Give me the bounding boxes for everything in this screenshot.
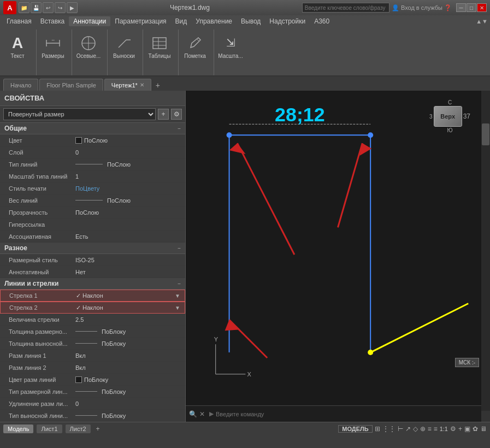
menu-output[interactable]: Вывод bbox=[237, 16, 265, 26]
prop-row-printstyle: Стиль печати ПоЦвету bbox=[0, 182, 185, 194]
ribbon-btn-axes[interactable]: Осевые... bbox=[74, 30, 103, 62]
svg-text:Y: Y bbox=[214, 336, 219, 343]
tab-close-icon[interactable]: ✕ bbox=[140, 82, 144, 88]
ribbon-btn-tables[interactable]: Таблицы bbox=[145, 30, 174, 62]
section-arrows-title: Линии и стрелки bbox=[4, 280, 58, 287]
more-icon[interactable]: ▶ bbox=[67, 2, 78, 13]
search-input[interactable] bbox=[302, 3, 389, 13]
svg-text:⇲: ⇲ bbox=[226, 37, 235, 49]
v-scrollbar-thumb[interactable] bbox=[482, 123, 489, 145]
viewport[interactable]: [-][Сверху][2D-каркас] bbox=[186, 91, 490, 422]
prop-row-arrowsize: Величина стрелки 2.5 bbox=[0, 314, 185, 326]
menu-insert[interactable]: Вставка bbox=[36, 16, 69, 26]
workspace-icon[interactable]: 🖥 bbox=[480, 425, 487, 433]
ribbon-btn-dims[interactable]: ↔ Размеры bbox=[39, 30, 67, 62]
tab-floor-plan[interactable]: Floor Plan Sample bbox=[39, 79, 103, 91]
arrow1-dropdown-icon[interactable]: ▼ bbox=[175, 293, 180, 299]
ribbon: A Текст ↔ Размеры Осевые... Выноски bbox=[0, 27, 490, 76]
menu-a360[interactable]: A360 bbox=[310, 16, 334, 26]
lineweight-icon[interactable]: ≡ bbox=[434, 425, 438, 433]
section-arrows-header[interactable]: Линии и стрелки − bbox=[0, 278, 185, 290]
ribbon-btn-text-label: Текст bbox=[10, 53, 24, 59]
axes-icon bbox=[80, 34, 97, 52]
grid-icon[interactable]: ⊞ bbox=[375, 425, 380, 433]
leaders-icon bbox=[115, 34, 133, 52]
snap-icon[interactable]: ⋮⋮ bbox=[382, 425, 395, 433]
properties-title: СВОЙСТВА bbox=[4, 94, 181, 102]
scale-display[interactable]: 1:1 bbox=[440, 426, 448, 432]
color-swatch bbox=[75, 137, 82, 144]
prop-row-dimlinecolor: Цвет разм линий ПоБлоку bbox=[0, 374, 185, 386]
menu-manage[interactable]: Управление bbox=[191, 16, 237, 26]
ribbon-btn-markup[interactable]: Пометка bbox=[181, 30, 209, 62]
otrack-icon[interactable]: ⊕ bbox=[420, 425, 426, 433]
tab-model[interactable]: Модель bbox=[3, 425, 33, 433]
ribbon-btn-leaders[interactable]: Выноски bbox=[110, 30, 138, 62]
props-settings-btn[interactable]: ⚙ bbox=[171, 109, 182, 120]
tab-sheet-add[interactable]: + bbox=[94, 425, 102, 433]
minimize-btn[interactable]: ─ bbox=[456, 3, 466, 12]
svg-point-20 bbox=[227, 132, 232, 138]
save-icon[interactable]: 💾 bbox=[31, 2, 42, 13]
annotation-icon[interactable]: ✿ bbox=[473, 425, 478, 433]
menu-bar: Главная Вставка Аннотации Параметризация… bbox=[0, 15, 490, 27]
prop-row-dimlineext: Удлинение разм ли... 0 bbox=[0, 398, 185, 410]
settings-icon[interactable]: ⚙ bbox=[450, 425, 456, 433]
text-icon: A bbox=[9, 34, 26, 52]
status-right-area: МОДЕЛЬ ⊞ ⋮⋮ ⊢ ↗ ◇ ⊕ ≡ ≡ 1:1 ⚙ + ▣ ✿ 🖥 bbox=[338, 425, 487, 433]
section-misc-toggle[interactable]: − bbox=[178, 245, 181, 251]
section-general-toggle[interactable]: − bbox=[178, 126, 181, 132]
osnap-icon[interactable]: ◇ bbox=[413, 425, 418, 433]
tabs-bar: Начало Floor Plan Sample Чертеж1* ✕ + bbox=[0, 76, 490, 91]
section-general-header[interactable]: Общие − bbox=[0, 123, 185, 134]
section-misc-header[interactable]: Разное − bbox=[0, 243, 185, 254]
user-btn[interactable]: 👤 Вход в службы bbox=[392, 4, 442, 11]
redo-icon[interactable]: ↪ bbox=[55, 2, 66, 13]
close-btn[interactable]: ✕ bbox=[477, 3, 487, 12]
ribbon-btn-markup-label: Пометка bbox=[184, 53, 206, 59]
layout-icon[interactable]: ▣ bbox=[464, 425, 470, 433]
tab-add-btn[interactable]: + bbox=[152, 80, 163, 91]
ribbon-group-text: A Текст bbox=[3, 30, 37, 75]
menu-view[interactable]: Вид bbox=[171, 16, 192, 26]
command-input[interactable] bbox=[216, 411, 478, 417]
ribbon-btn-dims-label: Размеры bbox=[42, 53, 64, 59]
help-btn[interactable]: ❓ bbox=[444, 4, 452, 11]
ribbon-btn-text[interactable]: A Текст bbox=[3, 30, 32, 62]
properties-type-dropdown[interactable]: Повернутый размер bbox=[3, 108, 156, 120]
svg-text:↔: ↔ bbox=[51, 38, 55, 43]
ribbon-btn-scale[interactable]: ⇲ Масшта... bbox=[216, 30, 245, 62]
drawing-canvas: 28;12 X Y bbox=[186, 91, 490, 422]
ortho-icon[interactable]: ⊢ bbox=[398, 425, 403, 433]
menu-addins[interactable]: Надстройки bbox=[265, 16, 310, 26]
svg-text:X: X bbox=[247, 371, 251, 378]
open-icon[interactable]: 📁 bbox=[19, 2, 29, 13]
mcs-button[interactable]: МСК :- bbox=[455, 358, 479, 367]
menu-parametrize[interactable]: Параметризация bbox=[110, 16, 170, 26]
tab-sheet2[interactable]: Лист2 bbox=[66, 425, 91, 433]
status-model-label[interactable]: МОДЕЛЬ bbox=[338, 425, 372, 433]
props-add-btn[interactable]: + bbox=[158, 109, 169, 120]
prop-row-annotative: Аннотативный Нет bbox=[0, 266, 185, 278]
ribbon-collapse-btn[interactable]: ▲▼ bbox=[476, 18, 488, 25]
status-bar: Модель Лист1 Лист2 + МОДЕЛЬ ⊞ ⋮⋮ ⊢ ↗ ◇ ⊕… bbox=[0, 422, 490, 435]
prop-row-arrow1: Стрелка 1 ✓ Наклон ▼ bbox=[0, 290, 185, 302]
cmd-arrow-icon: ▶ bbox=[209, 410, 214, 417]
nav-cube-area[interactable]: С 3 Верх 37 Ю bbox=[429, 99, 470, 133]
dynin-icon[interactable]: ≡ bbox=[428, 425, 432, 433]
menu-home[interactable]: Главная bbox=[2, 16, 36, 26]
tab-sheet1[interactable]: Лист1 bbox=[37, 425, 62, 433]
tab-chertezh[interactable]: Чертеж1* ✕ bbox=[104, 79, 151, 91]
tab-nacalo[interactable]: Начало bbox=[3, 79, 38, 91]
undo-icon[interactable]: ↩ bbox=[43, 2, 54, 13]
polar-icon[interactable]: ↗ bbox=[405, 425, 411, 433]
ribbon-group-leaders: Выноски bbox=[110, 30, 143, 75]
arrow2-dropdown-icon[interactable]: ▼ bbox=[175, 305, 180, 311]
maximize-btn[interactable]: □ bbox=[467, 3, 476, 12]
section-arrows-toggle[interactable]: − bbox=[178, 281, 181, 287]
plus-icon[interactable]: + bbox=[458, 425, 462, 433]
menu-annotations[interactable]: Аннотации bbox=[69, 16, 110, 26]
compass-east: 37 bbox=[463, 113, 470, 120]
v-scrollbar[interactable] bbox=[481, 91, 490, 411]
compass-south: Ю bbox=[447, 127, 452, 133]
